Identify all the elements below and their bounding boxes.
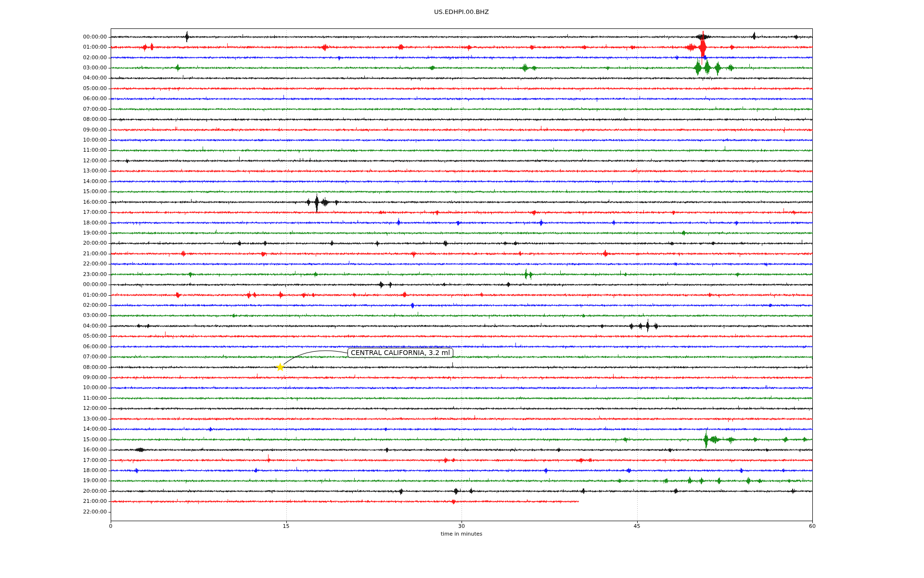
y-tick-label: 09:00:00 [83, 374, 107, 381]
x-tick-label: 15 [283, 523, 290, 529]
y-tick-label: 15:00:00 [83, 188, 107, 195]
y-tick-label: 04:00:00 [83, 323, 107, 329]
y-tick-label: 08:00:00 [83, 364, 107, 371]
y-tick-label: 21:00:00 [83, 498, 107, 505]
y-tick-label: 03:00:00 [83, 65, 107, 71]
seismogram-figure: US.EDHPI.00.BHZ 00:00:0001:00:0002:00:00… [0, 0, 924, 578]
x-tick-label: 30 [458, 523, 465, 529]
y-tick-label: 05:00:00 [83, 85, 107, 92]
y-tick-label: 22:00:00 [83, 261, 107, 267]
y-tick-label: 13:00:00 [83, 416, 107, 422]
y-tick-label: 23:00:00 [83, 271, 107, 278]
y-tick-label: 10:00:00 [83, 384, 107, 391]
x-axis-title: time in minutes [441, 531, 482, 537]
x-tick-label: 60 [809, 523, 816, 529]
y-tick-label: 04:00:00 [83, 75, 107, 81]
y-tick-label: 19:00:00 [83, 230, 107, 236]
y-tick-label: 00:00:00 [83, 281, 107, 288]
y-tick-label: 16:00:00 [83, 199, 107, 206]
y-tick-label: 01:00:00 [83, 292, 107, 299]
y-tick-label: 12:00:00 [83, 158, 107, 164]
y-tick-label: 07:00:00 [83, 106, 107, 113]
y-tick-label: 06:00:00 [83, 95, 107, 102]
y-tick-label: 18:00:00 [83, 467, 107, 474]
y-tick-label: 22:00:00 [83, 509, 107, 515]
y-tick-label: 07:00:00 [83, 354, 107, 360]
chart-title: US.EDHPI.00.BHZ [434, 8, 489, 15]
y-tick-label: 08:00:00 [83, 116, 107, 123]
y-tick-label: 11:00:00 [83, 395, 107, 402]
y-tick-label: 00:00:00 [83, 34, 107, 40]
y-tick-label: 14:00:00 [83, 178, 107, 185]
x-tick-label: 0 [109, 523, 113, 529]
y-tick-label: 15:00:00 [83, 436, 107, 443]
event-annotation-label: CENTRAL CALIFORNIA, 3.2 ml [347, 348, 453, 358]
y-tick-label: 17:00:00 [83, 209, 107, 216]
y-tick-label: 13:00:00 [83, 168, 107, 174]
y-tick-label: 12:00:00 [83, 405, 107, 412]
y-tick-label: 03:00:00 [83, 312, 107, 319]
y-tick-label: 01:00:00 [83, 44, 107, 51]
y-tick-label: 05:00:00 [83, 333, 107, 340]
helicorder-canvas [0, 0, 924, 578]
y-tick-label: 09:00:00 [83, 127, 107, 133]
y-tick-label: 19:00:00 [83, 477, 107, 484]
y-tick-label: 02:00:00 [83, 54, 107, 61]
y-tick-label: 20:00:00 [83, 240, 107, 247]
x-tick-label: 45 [634, 523, 641, 529]
y-tick-label: 14:00:00 [83, 426, 107, 433]
y-tick-label: 02:00:00 [83, 302, 107, 309]
y-tick-label: 21:00:00 [83, 250, 107, 257]
y-tick-label: 06:00:00 [83, 343, 107, 350]
y-tick-label: 16:00:00 [83, 447, 107, 453]
y-tick-label: 11:00:00 [83, 147, 107, 154]
y-tick-label: 18:00:00 [83, 220, 107, 226]
y-tick-label: 17:00:00 [83, 457, 107, 464]
y-tick-label: 20:00:00 [83, 488, 107, 495]
y-tick-label: 10:00:00 [83, 137, 107, 144]
